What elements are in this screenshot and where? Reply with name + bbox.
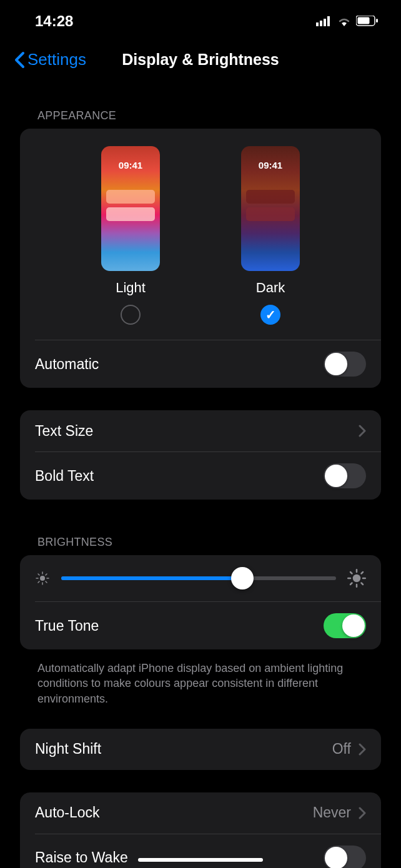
back-label: Settings [27, 50, 86, 69]
brightness-slider[interactable] [61, 576, 336, 580]
svg-rect-0 [316, 22, 319, 26]
chevron-left-icon [14, 51, 25, 69]
light-preview: 09:41 [101, 146, 160, 271]
home-indicator[interactable] [138, 858, 263, 862]
bold-text-label: Bold Text [35, 468, 94, 485]
automatic-row: Automatic [20, 340, 381, 388]
svg-line-22 [362, 583, 364, 585]
light-label: Light [116, 280, 146, 296]
svg-line-24 [362, 572, 364, 574]
brightness-slider-row [20, 555, 381, 601]
svg-rect-1 [320, 21, 322, 26]
appearance-header: APPEARANCE [20, 96, 381, 129]
svg-line-12 [38, 574, 39, 575]
raise-to-wake-toggle[interactable] [324, 846, 366, 868]
bold-text-toggle[interactable] [324, 463, 366, 488]
true-tone-label: True Tone [35, 618, 99, 634]
night-shift-label: Night Shift [35, 741, 101, 757]
true-tone-toggle[interactable] [324, 613, 366, 638]
battery-icon [356, 16, 379, 27]
svg-rect-3 [327, 16, 330, 26]
raise-to-wake-label: Raise to Wake [35, 849, 128, 866]
raise-to-wake-row: Raise to Wake [35, 834, 381, 868]
svg-line-13 [46, 581, 47, 583]
status-bar: 14:28 [0, 0, 401, 37]
appearance-options: 09:41 Light 09:41 Dark [20, 129, 381, 340]
dark-preview: 09:41 [241, 146, 300, 271]
night-shift-row[interactable]: Night Shift Off [20, 729, 381, 770]
true-tone-footer: Automatically adapt iPhone display based… [20, 654, 381, 706]
svg-line-23 [350, 583, 352, 585]
page-title: Display & Brightness [122, 51, 279, 69]
light-radio[interactable] [121, 305, 141, 325]
auto-lock-row[interactable]: Auto-Lock Never [20, 792, 381, 834]
chevron-right-icon [359, 425, 366, 437]
lock-group: Auto-Lock Never Raise to Wake [20, 792, 381, 868]
brightness-header: BRIGHTNESS [20, 522, 381, 555]
svg-rect-6 [376, 19, 378, 22]
svg-point-7 [40, 576, 45, 581]
svg-point-16 [353, 575, 361, 583]
status-time: 14:28 [35, 12, 73, 30]
text-group: Text Size Bold Text [20, 410, 381, 500]
cellular-icon [316, 16, 332, 26]
appearance-light[interactable]: 09:41 Light [101, 146, 160, 325]
auto-lock-value: Never [313, 804, 351, 821]
true-tone-row: True Tone [35, 601, 381, 649]
dark-label: Dark [256, 280, 285, 296]
night-shift-value: Off [332, 741, 351, 757]
brightness-group: True Tone [20, 555, 381, 649]
auto-lock-label: Auto-Lock [35, 804, 100, 821]
back-button[interactable]: Settings [14, 50, 86, 69]
appearance-dark[interactable]: 09:41 Dark [241, 146, 300, 325]
text-size-row[interactable]: Text Size [20, 410, 381, 451]
automatic-label: Automatic [35, 356, 99, 373]
status-icons [316, 16, 379, 27]
bold-text-row: Bold Text [35, 451, 381, 500]
chevron-right-icon [359, 807, 366, 819]
chevron-right-icon [359, 743, 366, 756]
svg-line-14 [38, 581, 39, 583]
svg-line-15 [46, 574, 47, 575]
dark-radio[interactable] [260, 305, 280, 325]
nav-bar: Settings Display & Brightness [0, 37, 401, 81]
sun-large-icon [347, 569, 366, 588]
night-shift-group: Night Shift Off [20, 729, 381, 770]
sun-small-icon [35, 571, 50, 586]
svg-rect-2 [324, 19, 326, 26]
wifi-icon [337, 16, 351, 26]
brightness-thumb[interactable] [231, 567, 254, 589]
svg-line-21 [350, 572, 352, 574]
appearance-group: 09:41 Light 09:41 Dark Automatic [20, 129, 381, 388]
text-size-label: Text Size [35, 423, 93, 440]
automatic-toggle[interactable] [324, 352, 366, 377]
svg-rect-5 [358, 17, 370, 24]
